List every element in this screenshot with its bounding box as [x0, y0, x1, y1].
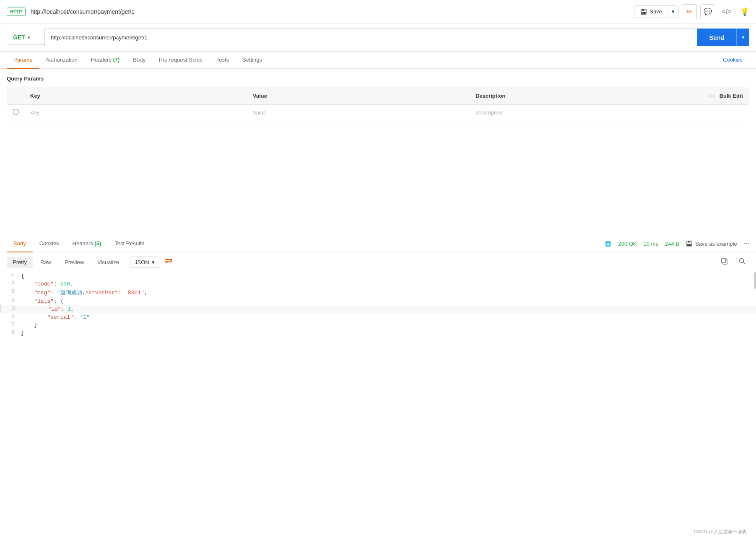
- code-line-4: 4 "data": {: [0, 297, 756, 305]
- url-input[interactable]: [44, 29, 697, 46]
- format-select[interactable]: JSON ▾: [130, 257, 159, 268]
- save-example-icon: [686, 240, 693, 247]
- save-example-label: Save as example: [695, 241, 737, 247]
- line-content: "data": {: [21, 298, 756, 304]
- row-key-cell[interactable]: Key: [24, 105, 247, 120]
- line-content: "id": 1,: [22, 306, 756, 312]
- send-button-group: Send ▾: [697, 29, 749, 46]
- row-checkbox-cell: [7, 105, 25, 120]
- method-chevron-icon: ▾: [28, 35, 30, 40]
- comment-icon: 💬: [704, 8, 712, 16]
- line-number: 8: [0, 330, 21, 336]
- save-dropdown-button[interactable]: ▾: [668, 6, 678, 17]
- line-content: "msg": "查询成功,serverPort: 8001",: [21, 289, 756, 296]
- body-tab-visualize[interactable]: Visualize: [91, 257, 125, 268]
- tab-settings[interactable]: Settings: [236, 52, 269, 69]
- svg-rect-10: [722, 258, 726, 263]
- body-tab-raw[interactable]: Raw: [34, 257, 57, 268]
- code-line-2: 2 "code": 200,: [0, 280, 756, 288]
- svg-rect-5: [687, 244, 691, 246]
- headers-badge: (7): [113, 57, 120, 63]
- svg-line-12: [743, 262, 746, 265]
- code-icon: </>: [722, 8, 732, 15]
- tab-params[interactable]: Params: [7, 52, 39, 69]
- table-row: Key Value Description: [7, 105, 749, 120]
- copy-button[interactable]: [717, 256, 732, 269]
- response-panel: Body Cookies Headers (5) Test Results 🌐 …: [0, 235, 756, 540]
- copy-icon: [721, 257, 728, 265]
- line-number: 7: [0, 322, 21, 328]
- row-value-cell[interactable]: Value: [247, 105, 470, 120]
- code-view-button[interactable]: </>: [719, 6, 735, 17]
- line-number: 4: [0, 298, 21, 304]
- tab-body[interactable]: Body: [126, 52, 152, 69]
- save-button[interactable]: Save: [634, 6, 668, 18]
- code-line-7: 7 }: [0, 321, 756, 329]
- format-chevron-icon: ▾: [152, 259, 155, 265]
- method-select[interactable]: GET ▾: [7, 30, 44, 45]
- response-time: 10 ms: [644, 241, 658, 247]
- top-actions: Save ▾ ✏ 💬 </>: [634, 4, 735, 19]
- query-params-section: Query Params Key Value Description ··· B…: [0, 69, 756, 120]
- url-bar: GET ▾ Send ▾: [0, 23, 756, 52]
- body-actions-right: [717, 256, 749, 269]
- code-line-1: 1 {: [0, 272, 756, 280]
- line-number: 3: [0, 289, 21, 295]
- search-button[interactable]: [735, 256, 749, 269]
- bulk-edit-label: Bulk Edit: [720, 93, 743, 99]
- scrollbar-indicator: [754, 272, 756, 289]
- resp-tab-headers[interactable]: Headers (5): [66, 235, 108, 252]
- wrap-button[interactable]: [161, 256, 176, 269]
- body-tab-preview[interactable]: Preview: [59, 257, 90, 268]
- col-bulk-edit: ··· Bulk Edit: [692, 87, 749, 105]
- tab-headers[interactable]: Headers (7): [84, 52, 127, 69]
- search-icon: [738, 257, 746, 265]
- more-options-button[interactable]: ···: [707, 91, 716, 100]
- bulb-button[interactable]: 💡: [740, 7, 749, 16]
- line-content: }: [21, 330, 756, 336]
- tab-authorization[interactable]: Authorization: [39, 52, 84, 69]
- tab-tests[interactable]: Tests: [210, 52, 236, 69]
- svg-rect-4: [688, 241, 690, 243]
- body-tab-pretty[interactable]: Pretty: [7, 257, 33, 268]
- line-number: 6: [0, 314, 21, 320]
- send-dropdown-button[interactable]: ▾: [736, 29, 749, 46]
- request-tabs: Params Authorization Headers (7) Body Pr…: [0, 52, 756, 69]
- resp-tab-test-results[interactable]: Test Results: [108, 235, 151, 252]
- col-value: Value: [247, 87, 470, 105]
- response-more-button[interactable]: ···: [744, 240, 749, 247]
- tab-cookies[interactable]: Cookies: [716, 52, 749, 69]
- edit-icon-button[interactable]: ✏: [682, 4, 697, 19]
- format-label: JSON: [135, 259, 149, 265]
- save-label: Save: [649, 8, 662, 15]
- line-number: 5: [1, 306, 22, 312]
- code-line-8: 8 }: [0, 329, 756, 337]
- edit-icon: ✏: [686, 8, 692, 16]
- save-icon: [640, 8, 647, 15]
- svg-rect-2: [642, 12, 646, 14]
- row-checkbox[interactable]: [13, 109, 18, 114]
- wrap-icon: [164, 257, 173, 265]
- resp-headers-badge: (5): [94, 240, 101, 247]
- empty-space: [0, 120, 756, 187]
- save-example-button[interactable]: Save as example: [686, 240, 737, 247]
- response-size: 244 B: [665, 241, 679, 247]
- code-line-5: 5 "id": 1,: [0, 305, 756, 313]
- code-line-3: 3 "msg": "查询成功,serverPort: 8001",: [0, 288, 756, 297]
- tab-pre-request-script[interactable]: Pre-request Script: [152, 52, 210, 69]
- line-content: }: [21, 322, 756, 328]
- row-action-cell: [692, 105, 749, 120]
- method-label: GET: [13, 34, 25, 41]
- http-badge: HTTP: [7, 8, 26, 16]
- send-button[interactable]: Send: [697, 29, 736, 46]
- row-description-cell[interactable]: Description: [470, 105, 692, 120]
- comment-icon-button[interactable]: 💬: [700, 4, 715, 19]
- resp-tab-cookies[interactable]: Cookies: [33, 235, 66, 252]
- line-content: {: [21, 273, 756, 279]
- url-title: http://localhost/consumer/payment/get/1: [31, 8, 629, 15]
- response-tabs: Body Cookies Headers (5) Test Results 🌐 …: [0, 235, 756, 252]
- svg-rect-1: [642, 9, 644, 11]
- watermark: CSDN @ 人生就像一场戏!: [694, 529, 748, 535]
- resp-tab-body[interactable]: Body: [7, 235, 33, 252]
- response-code-area: 1 { 2 "code": 200, 3 "msg": "查询成功,server…: [0, 272, 756, 540]
